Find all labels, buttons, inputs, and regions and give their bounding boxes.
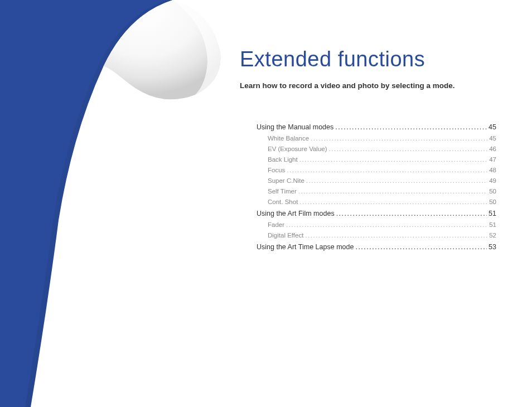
toc-item-page: 51 bbox=[489, 221, 496, 228]
toc-item-page: 46 bbox=[489, 146, 496, 152]
toc-item-label: Cont. Shot bbox=[268, 198, 298, 205]
toc-leader-dots bbox=[299, 156, 488, 163]
toc-item[interactable]: Cont. Shot 50 bbox=[257, 198, 496, 205]
toc-item-page: 47 bbox=[489, 156, 496, 163]
toc-item-page: 52 bbox=[489, 232, 496, 239]
toc-leader-dots bbox=[335, 123, 487, 131]
toc-leader-dots bbox=[287, 167, 487, 173]
toc-leader-dots bbox=[305, 232, 487, 239]
toc-leader-dots bbox=[306, 177, 487, 184]
toc-item[interactable]: Fader 51 bbox=[257, 221, 496, 228]
chapter-subtitle: Learn how to record a video and photo by… bbox=[240, 81, 504, 90]
toc-item[interactable]: EV (Exposure Value) 46 bbox=[257, 146, 496, 152]
toc-section-label: Using the Manual modes bbox=[257, 123, 333, 131]
toc-section[interactable]: Using the Art Film modes 51 bbox=[257, 210, 496, 217]
toc-item[interactable]: Focus 48 bbox=[257, 167, 496, 173]
toc-section[interactable]: Using the Art Time Lapse mode 53 bbox=[257, 243, 496, 251]
toc-item[interactable]: Self Timer 50 bbox=[257, 188, 496, 195]
toc-item-label: Focus bbox=[268, 167, 285, 173]
toc-leader-dots bbox=[286, 221, 487, 228]
toc-item-label: Fader bbox=[268, 221, 284, 228]
toc-leader-dots bbox=[355, 243, 487, 251]
toc-item-page: 45 bbox=[489, 135, 496, 142]
toc-item-label: EV (Exposure Value) bbox=[268, 146, 327, 152]
toc-item[interactable]: Digital Effect 52 bbox=[257, 232, 496, 239]
toc-item-page: 48 bbox=[489, 167, 496, 173]
toc-section-page: 53 bbox=[489, 243, 496, 251]
toc-item-label: Self Timer bbox=[268, 188, 297, 195]
toc-item[interactable]: White Balance 45 bbox=[257, 135, 496, 142]
toc-section-page: 51 bbox=[489, 210, 496, 217]
toc-section-label: Using the Art Film modes bbox=[257, 210, 335, 217]
toc-item-label: Super C.Nite bbox=[268, 177, 304, 184]
toc-item-page: 49 bbox=[489, 177, 496, 184]
toc-leader-dots bbox=[299, 198, 487, 205]
toc-item-page: 50 bbox=[489, 188, 496, 195]
chapter-title: Extended functions bbox=[240, 47, 504, 71]
main-content: Extended functions Learn how to record a… bbox=[240, 47, 504, 255]
toc-item-page: 50 bbox=[489, 198, 496, 205]
toc-section-page: 45 bbox=[489, 123, 496, 131]
toc-item[interactable]: Back Light 47 bbox=[257, 156, 496, 163]
toc-section-label: Using the Art Time Lapse mode bbox=[257, 243, 354, 251]
toc-leader-dots bbox=[329, 146, 488, 152]
toc-leader-dots bbox=[298, 188, 487, 195]
toc-item-label: Digital Effect bbox=[268, 232, 303, 239]
chapter-divider-panel bbox=[0, 0, 212, 407]
toc-section[interactable]: Using the Manual modes 45 bbox=[257, 123, 496, 131]
toc-item-label: Back Light bbox=[268, 156, 298, 163]
toc-leader-dots bbox=[336, 210, 487, 217]
toc-leader-dots bbox=[311, 135, 487, 142]
table-of-contents: Using the Manual modes 45 White Balance … bbox=[257, 123, 496, 251]
toc-item[interactable]: Super C.Nite 49 bbox=[257, 177, 496, 184]
toc-item-label: White Balance bbox=[268, 135, 309, 142]
